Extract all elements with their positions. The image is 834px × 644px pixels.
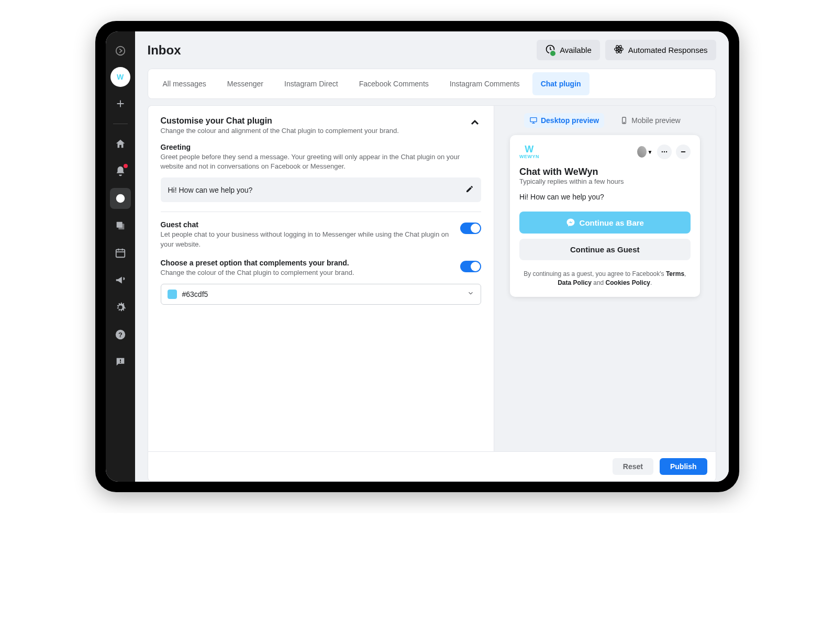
caret-down-icon: ▼ [648, 149, 653, 155]
screen: W ? [106, 31, 729, 482]
collapse-toggle[interactable] [469, 116, 481, 129]
svg-point-13 [618, 49, 619, 50]
chat-greeting-text: Hi! How can we help you? [519, 193, 690, 201]
feedback-icon[interactable] [110, 351, 131, 372]
greeting-title: Greeting [161, 143, 482, 151]
section-subtitle: Change the colour and alignment of the C… [161, 127, 399, 135]
user-avatar [637, 146, 647, 158]
preset-desc: Change the colour of the Chat plugin to … [161, 268, 354, 277]
mobile-icon [620, 116, 628, 125]
settings-icon[interactable] [110, 297, 131, 318]
publish-button[interactable]: Publish [660, 458, 707, 475]
mobile-preview-tab[interactable]: Mobile preview [615, 113, 685, 128]
availability-button[interactable]: Available [537, 40, 600, 60]
atom-icon [614, 44, 624, 56]
notifications-icon[interactable] [110, 161, 131, 182]
content-panel: Customise your Chat plugin Change the co… [148, 105, 716, 451]
guest-title: Guest chat [161, 220, 452, 229]
main-area: Inbox Available Automated Responses All … [135, 31, 729, 482]
data-policy-link[interactable]: Data Policy [558, 279, 592, 286]
svg-rect-4 [116, 250, 125, 258]
page-title: Inbox [148, 43, 181, 58]
reset-button[interactable]: Reset [613, 458, 653, 475]
tab-all-messages[interactable]: All messages [154, 72, 215, 95]
brand-logo: W WeWyn [519, 145, 539, 159]
svg-rect-14 [530, 118, 537, 122]
header-actions: Available Automated Responses [537, 40, 716, 60]
monitor-icon [529, 116, 538, 125]
color-hex: #63cdf5 [182, 290, 208, 298]
minus-icon [680, 148, 687, 156]
app-sidebar: W ? [106, 31, 135, 482]
terms-link[interactable]: Terms [666, 270, 684, 277]
posts-icon[interactable] [110, 215, 131, 236]
svg-point-18 [663, 151, 664, 152]
divider [161, 212, 482, 212]
tablet-frame: W ? [95, 21, 739, 492]
clock-status-icon [545, 44, 555, 56]
svg-point-16 [624, 122, 625, 123]
availability-label: Available [560, 46, 592, 54]
more-options-button[interactable] [657, 145, 672, 159]
desktop-preview-tab[interactable]: Desktop preview [524, 113, 604, 128]
chat-subtitle: Typically replies within a few hours [519, 177, 690, 185]
app-logo-icon[interactable] [110, 41, 130, 61]
svg-rect-3 [118, 224, 124, 229]
automated-responses-button[interactable]: Automated Responses [605, 40, 716, 60]
calendar-icon[interactable] [110, 242, 131, 263]
greeting-value: Hi! How can we help you? [168, 186, 253, 194]
brand-avatar[interactable]: W [110, 67, 130, 87]
tab-messenger[interactable]: Messenger [219, 72, 272, 95]
svg-rect-7 [120, 359, 121, 361]
megaphone-icon[interactable] [110, 270, 131, 291]
automated-label: Automated Responses [628, 46, 708, 54]
tab-facebook-comments[interactable]: Facebook Comments [351, 72, 437, 95]
guest-desc: Let people chat to your business without… [161, 230, 452, 249]
color-swatch [168, 290, 177, 299]
preview-tabs: Desktop preview Mobile preview [494, 106, 715, 135]
svg-point-17 [661, 151, 662, 152]
account-dropdown[interactable]: ▼ [637, 146, 653, 158]
chevron-down-icon [467, 290, 474, 299]
chat-widget-preview: W WeWyn ▼ [510, 135, 699, 297]
settings-pane: Customise your Chat plugin Change the co… [148, 106, 495, 451]
messenger-icon [566, 218, 575, 227]
help-icon[interactable]: ? [110, 324, 131, 345]
greeting-input[interactable]: Hi! How can we help you? [161, 177, 482, 202]
continue-guest-button[interactable]: Continue as Guest [519, 239, 690, 260]
svg-point-19 [665, 151, 666, 152]
minimize-button[interactable] [676, 145, 691, 159]
page-header: Inbox Available Automated Responses [135, 31, 729, 69]
color-dropdown[interactable]: #63cdf5 [161, 284, 482, 305]
greeting-block: Greeting Greet people before they send a… [161, 143, 482, 202]
svg-rect-8 [120, 362, 121, 363]
preset-title: Choose a preset option that complements … [161, 259, 354, 267]
tab-instagram-direct[interactable]: Instagram Direct [276, 72, 347, 95]
divider [113, 124, 128, 124]
section-title: Customise your Chat plugin [161, 116, 399, 126]
guest-chat-toggle[interactable] [460, 223, 481, 234]
pencil-icon[interactable] [465, 185, 474, 195]
greeting-desc: Greet people before they send a message.… [161, 152, 482, 171]
notification-badge [124, 164, 128, 168]
guest-chat-block: Guest chat Let people chat to your busin… [161, 220, 482, 249]
action-footer: Reset Publish [148, 451, 716, 482]
cookies-policy-link[interactable]: Cookies Policy [606, 279, 650, 286]
chat-title: Chat with WeWyn [519, 166, 690, 177]
preset-block: Choose a preset option that complements … [161, 259, 482, 305]
svg-point-0 [116, 47, 125, 55]
preview-pane: Desktop preview Mobile preview W WeWyn [494, 106, 715, 451]
section-header: Customise your Chat plugin Change the co… [161, 116, 482, 135]
inbox-tabs: All messages Messenger Instagram Direct … [148, 69, 716, 99]
continue-primary-button[interactable]: Continue as Bare [519, 212, 690, 234]
inbox-icon[interactable] [110, 188, 131, 209]
preset-toggle[interactable] [460, 261, 481, 272]
home-icon[interactable] [110, 134, 131, 154]
tab-instagram-comments[interactable]: Instagram Comments [441, 72, 528, 95]
chat-widget-header: W WeWyn ▼ [519, 145, 690, 159]
svg-point-1 [116, 194, 125, 203]
svg-text:?: ? [118, 331, 123, 339]
tab-chat-plugin[interactable]: Chat plugin [532, 72, 590, 95]
legal-text: By continuing as a guest, you agree to F… [519, 270, 690, 287]
add-button[interactable] [110, 93, 131, 114]
